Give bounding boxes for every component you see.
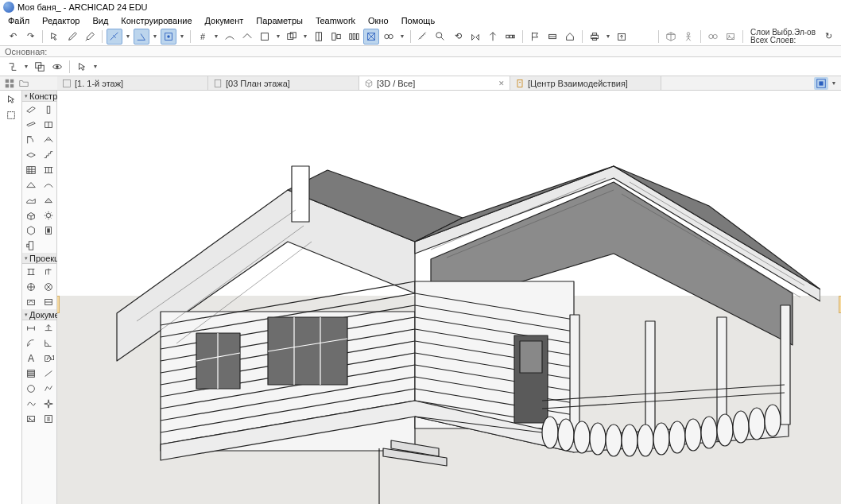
dropdown-icon[interactable]: ▼ [604, 33, 612, 39]
dropdown-icon[interactable]: ▼ [91, 64, 99, 69]
door-tool[interactable] [22, 132, 40, 147]
home-button[interactable] [562, 29, 578, 45]
spline-tool[interactable] [22, 396, 40, 411]
eyedropper-button[interactable] [64, 29, 80, 45]
link-button[interactable] [381, 29, 397, 45]
flag-button[interactable] [527, 29, 543, 45]
tab-3d[interactable]: [3D / Все] ✕ [359, 76, 510, 90]
angle-dim-tool[interactable] [40, 335, 57, 351]
drawing-tool[interactable] [40, 411, 57, 426]
zone-tool[interactable] [40, 192, 57, 207]
radial-dim-tool[interactable] [22, 335, 40, 351]
measure-button[interactable] [415, 29, 431, 45]
trace-ref-button[interactable] [5, 59, 21, 75]
suspend-button[interactable] [311, 29, 327, 45]
multiply-button[interactable] [502, 29, 518, 45]
figure-tool[interactable] [22, 411, 40, 426]
walk-button[interactable] [680, 29, 696, 45]
text-tool[interactable]: A [22, 351, 40, 366]
close-icon[interactable]: ✕ [498, 79, 505, 87]
left-gutter-handle[interactable] [57, 296, 60, 313]
dropdown-icon[interactable]: ▼ [301, 33, 309, 39]
railing-tool[interactable] [40, 162, 57, 177]
hotspot-tool[interactable] [40, 396, 57, 411]
orbit-button[interactable] [49, 59, 65, 75]
panel-header-design[interactable]: Конструиров [22, 91, 56, 102]
lamp-tool[interactable] [40, 207, 57, 223]
view-3d-button[interactable] [663, 29, 679, 45]
change-tool[interactable] [40, 294, 57, 309]
guideline-perp-button[interactable] [107, 29, 122, 45]
rotate-button[interactable]: ⟲ [450, 29, 466, 45]
interior-elev-tool[interactable] [22, 279, 40, 294]
dimension-tool[interactable] [22, 320, 40, 335]
arrow-icon[interactable] [2, 92, 20, 107]
column-tool[interactable] [40, 102, 57, 117]
mirror-button[interactable] [467, 29, 483, 45]
slab-tool[interactable] [22, 147, 40, 162]
guideline-angle-button[interactable] [134, 29, 149, 45]
syringe-button[interactable] [82, 29, 98, 45]
wall-tool[interactable] [22, 102, 40, 117]
menu-document[interactable]: Документ [200, 15, 249, 26]
section-tool[interactable] [22, 264, 40, 279]
elevate-button[interactable] [485, 29, 501, 45]
glasses-button[interactable] [705, 29, 721, 45]
arc-tool[interactable] [22, 381, 40, 396]
viewport-3d[interactable]: x y [57, 91, 841, 504]
dropdown-icon[interactable]: ▼ [178, 33, 186, 39]
mesh-tool[interactable] [22, 192, 40, 207]
panel-header-document[interactable]: Документир [22, 309, 56, 320]
menu-design[interactable]: Конструирование [116, 15, 196, 26]
navigator-icon[interactable] [3, 77, 16, 90]
find-button[interactable] [432, 29, 448, 45]
arrow-tool-button[interactable] [74, 59, 90, 75]
tab-floor1[interactable]: [1. 1-й этаж] [57, 76, 208, 90]
panel-header-projection[interactable]: Проекция [22, 253, 56, 264]
roof-tool[interactable] [22, 177, 40, 192]
undo-button[interactable]: ↶ [5, 29, 21, 45]
folder-icon[interactable] [17, 77, 30, 90]
elevation-tool[interactable] [40, 264, 57, 279]
morph-tool[interactable] [22, 223, 40, 238]
shell-tool[interactable] [40, 177, 57, 192]
dropdown-icon[interactable]: ▼ [274, 33, 282, 39]
detail-tool[interactable] [22, 294, 40, 309]
label-tool[interactable]: A1 [40, 351, 57, 366]
distribute-button[interactable] [346, 29, 362, 45]
reference-button[interactable] [32, 59, 48, 75]
ruler-button[interactable] [222, 29, 238, 45]
dropdown-icon[interactable]: ▼ [398, 33, 406, 39]
mep-tool[interactable] [22, 238, 40, 253]
menu-file[interactable]: Файл [3, 15, 34, 26]
snap-button[interactable] [161, 29, 176, 45]
marquee-icon[interactable] [2, 108, 20, 122]
grid-button[interactable]: # [195, 29, 211, 45]
beam-tool[interactable] [22, 117, 40, 132]
render-button[interactable] [723, 29, 738, 45]
line-tool[interactable] [40, 366, 57, 381]
menu-help[interactable]: Помощь [397, 15, 440, 26]
object-tool[interactable] [22, 207, 40, 223]
trace-button[interactable] [239, 29, 255, 45]
level-dim-tool[interactable] [40, 320, 57, 335]
worksheet-tool[interactable] [40, 279, 57, 294]
dropdown-icon[interactable]: ▼ [22, 64, 30, 69]
opening-tool[interactable] [40, 223, 57, 238]
polyline-tool[interactable] [40, 381, 57, 396]
dropdown-icon[interactable]: ▼ [830, 80, 838, 86]
dropdown-icon[interactable]: ▼ [124, 33, 132, 39]
align-button[interactable] [328, 29, 344, 45]
dropdown-icon[interactable]: ▼ [212, 33, 220, 39]
fill-tool[interactable] [22, 366, 40, 381]
element-button[interactable] [257, 29, 273, 45]
pick-button[interactable] [47, 29, 63, 45]
curtainwall-tool[interactable] [22, 162, 40, 177]
layer-cycle-button[interactable]: ↻ [820, 29, 836, 45]
dropdown-icon[interactable]: ▼ [151, 33, 159, 39]
magic-button[interactable] [363, 29, 379, 45]
tab-interaction[interactable]: [Центр Взаимодействия] [510, 76, 661, 90]
quick-options-button[interactable] [814, 77, 828, 90]
stair-tool[interactable] [40, 147, 57, 162]
tab-plan[interactable]: [03 План этажа] [208, 76, 359, 90]
